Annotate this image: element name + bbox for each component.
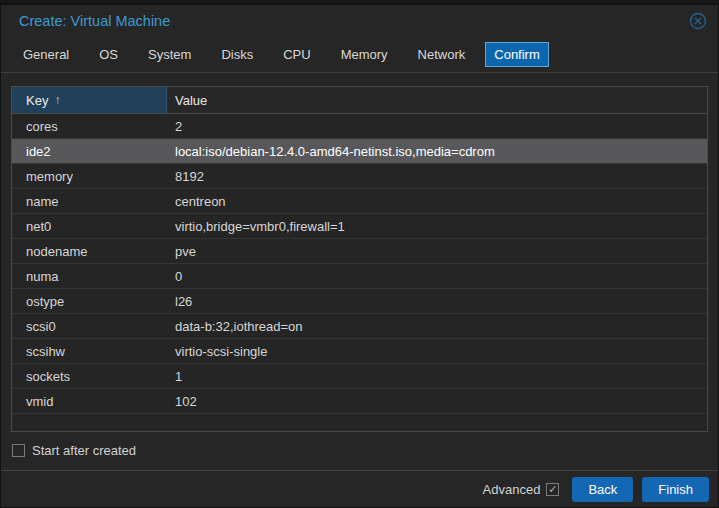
- value-cell: 1: [167, 369, 707, 384]
- column-header-key[interactable]: Key ↑: [12, 87, 167, 113]
- tab[interactable]: System: [133, 42, 206, 67]
- dialog-title: Create: Virtual Machine: [19, 13, 170, 29]
- tab-label: Disks: [221, 47, 253, 62]
- table-row[interactable]: memory 8192: [12, 164, 707, 189]
- key-cell: vmid: [12, 394, 167, 409]
- tab-label: Memory: [341, 47, 388, 62]
- advanced-label: Advanced: [483, 482, 541, 497]
- column-header-value[interactable]: Value: [167, 87, 707, 113]
- table-body: cores 2 ide2 local:iso/debian-12.4.0-amd…: [12, 114, 707, 414]
- value-cell: local:iso/debian-12.4.0-amd64-netinst.is…: [167, 144, 707, 159]
- table-row[interactable]: nodename pve: [12, 239, 707, 264]
- key-cell: cores: [12, 119, 167, 134]
- key-cell: scsi0: [12, 319, 167, 334]
- tab-label: General: [23, 47, 69, 62]
- key-cell: name: [12, 194, 167, 209]
- tab[interactable]: Network: [403, 42, 481, 67]
- table-row[interactable]: scsi0 data-b:32,iothread=on: [12, 314, 707, 339]
- tab-label: System: [148, 47, 191, 62]
- tab-label: CPU: [283, 47, 310, 62]
- dialog-titlebar: Create: Virtual Machine: [1, 5, 718, 36]
- table-row[interactable]: ide2 local:iso/debian-12.4.0-amd64-netin…: [12, 139, 707, 164]
- table-row[interactable]: vmid 102: [12, 389, 707, 414]
- create-vm-dialog: Create: Virtual Machine General OS Syste…: [0, 4, 719, 508]
- advanced-checkbox[interactable]: [546, 483, 559, 496]
- tab-label: OS: [99, 47, 118, 62]
- advanced-option: Advanced: [483, 482, 560, 497]
- sort-ascending-icon: ↑: [54, 93, 60, 107]
- tab[interactable]: CPU: [268, 42, 325, 67]
- table-row[interactable]: numa 0: [12, 264, 707, 289]
- tab[interactable]: OS: [84, 42, 133, 67]
- confirm-panel: Key ↑ Value cores 2 ide2 local:iso/debia…: [1, 73, 718, 470]
- column-header-value-label: Value: [175, 93, 207, 108]
- key-cell: net0: [12, 219, 167, 234]
- column-header-key-label: Key: [26, 93, 48, 108]
- tab[interactable]: General: [8, 42, 84, 67]
- table-row[interactable]: net0 virtio,bridge=vmbr0,firewall=1: [12, 214, 707, 239]
- value-cell: centreon: [167, 194, 707, 209]
- key-cell: ostype: [12, 294, 167, 309]
- table-row[interactable]: ostype l26: [12, 289, 707, 314]
- tab-label: Network: [418, 47, 466, 62]
- start-after-created-label: Start after created: [32, 443, 136, 458]
- dialog-footer: Advanced Back Finish: [1, 470, 718, 507]
- key-cell: scsihw: [12, 344, 167, 359]
- value-cell: 8192: [167, 169, 707, 184]
- summary-table: Key ↑ Value cores 2 ide2 local:iso/debia…: [11, 86, 708, 432]
- finish-button[interactable]: Finish: [642, 477, 709, 502]
- table-row[interactable]: name centreon: [12, 189, 707, 214]
- key-cell: sockets: [12, 369, 167, 384]
- value-cell: l26: [167, 294, 707, 309]
- table-row[interactable]: sockets 1: [12, 364, 707, 389]
- key-cell: numa: [12, 269, 167, 284]
- tab[interactable]: Memory: [326, 42, 403, 67]
- start-after-created-checkbox[interactable]: [12, 444, 25, 457]
- table-header-row: Key ↑ Value: [12, 87, 707, 114]
- close-icon[interactable]: [688, 11, 708, 31]
- table-row[interactable]: scsihw virtio-scsi-single: [12, 339, 707, 364]
- value-cell: 0: [167, 269, 707, 284]
- tab[interactable]: Confirm: [485, 42, 549, 67]
- back-button[interactable]: Back: [572, 477, 633, 502]
- value-cell: 2: [167, 119, 707, 134]
- value-cell: data-b:32,iothread=on: [167, 319, 707, 334]
- value-cell: virtio-scsi-single: [167, 344, 707, 359]
- start-after-created-option: Start after created: [12, 443, 708, 458]
- value-cell: pve: [167, 244, 707, 259]
- screen: Create: Virtual Machine General OS Syste…: [0, 0, 719, 508]
- value-cell: 102: [167, 394, 707, 409]
- wizard-tabs: General OS System Disks CPU Memory Netwo…: [1, 36, 718, 73]
- key-cell: memory: [12, 169, 167, 184]
- tab-label: Confirm: [494, 47, 540, 62]
- key-cell: ide2: [12, 144, 167, 159]
- table-row[interactable]: cores 2: [12, 114, 707, 139]
- value-cell: virtio,bridge=vmbr0,firewall=1: [167, 219, 707, 234]
- key-cell: nodename: [12, 244, 167, 259]
- tab[interactable]: Disks: [206, 42, 268, 67]
